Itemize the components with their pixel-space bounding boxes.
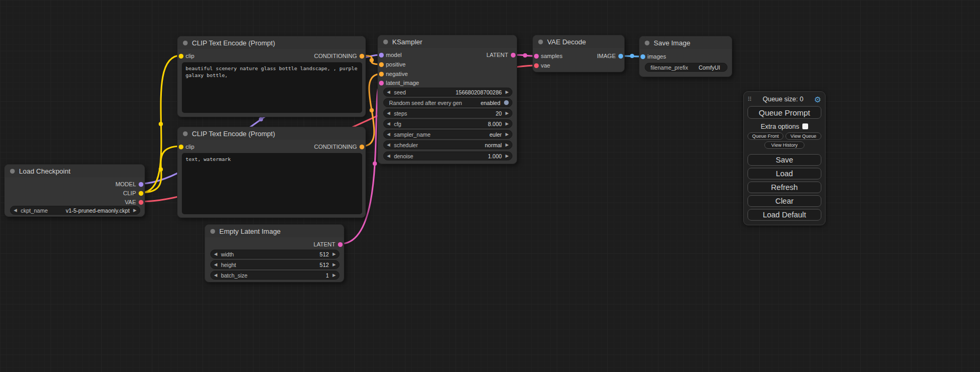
output-port-image[interactable] [618, 54, 623, 59]
node-titlebar[interactable]: VAE Decode [533, 35, 624, 48]
output-port-clip[interactable] [139, 191, 143, 196]
collapse-dot-icon[interactable] [10, 169, 15, 174]
widget-value[interactable]: normal [485, 142, 502, 148]
settings-gear-icon[interactable]: ⚙ [814, 96, 821, 103]
view-queue-button[interactable]: View Queue [785, 132, 821, 140]
drag-handle-icon[interactable]: ⠿ [748, 97, 752, 102]
refresh-button[interactable]: Refresh [748, 182, 821, 193]
load-default-button[interactable]: Load Default [748, 209, 821, 221]
widget-value[interactable]: 8.000 [488, 121, 502, 127]
queue-front-button[interactable]: Queue Front [748, 132, 783, 140]
prev-arrow-icon[interactable]: ◀ [387, 143, 390, 147]
node-vae-decode[interactable]: VAE Decode samples vae IMAGE [532, 35, 625, 72]
input-port-model[interactable] [379, 53, 384, 58]
graph-canvas[interactable]: Load Checkpoint MODEL CLIP VAE ◀ ckpt_na… [0, 0, 980, 372]
collapse-dot-icon[interactable] [210, 229, 215, 234]
collapse-dot-icon[interactable] [183, 41, 188, 45]
queue-prompt-button[interactable]: Queue Prompt [748, 106, 821, 119]
decrement-arrow-icon[interactable]: ◀ [214, 252, 217, 256]
node-titlebar[interactable]: CLIP Text Encode (Prompt) [178, 127, 365, 140]
load-button[interactable]: Load [748, 168, 821, 179]
height-widget[interactable]: ◀ height 512 ▶ [210, 260, 339, 269]
decrement-arrow-icon[interactable]: ◀ [387, 90, 390, 94]
widget-value[interactable]: v1-5-pruned-emaonly.ckpt [66, 207, 130, 214]
steps-widget[interactable]: ◀ steps 20 ▶ [383, 109, 512, 118]
node-save-image[interactable]: Save Image images filename_prefix ComfyU… [639, 36, 732, 77]
widget-value[interactable]: 156680208700286 [455, 89, 502, 96]
decrement-arrow-icon[interactable]: ◀ [387, 111, 390, 116]
node-titlebar[interactable]: Load Checkpoint [5, 165, 144, 177]
widget-value[interactable]: 20 [496, 110, 502, 117]
ckpt-name-widget[interactable]: ◀ ckpt_name v1-5-pruned-emaonly.ckpt ▶ [10, 206, 140, 215]
decrement-arrow-icon[interactable]: ◀ [214, 263, 217, 267]
decrement-arrow-icon[interactable]: ◀ [387, 122, 390, 126]
input-port-samples[interactable] [534, 54, 539, 59]
node-load-checkpoint[interactable]: Load Checkpoint MODEL CLIP VAE ◀ ckpt_na… [4, 164, 145, 217]
prev-arrow-icon[interactable]: ◀ [387, 132, 390, 137]
decrement-arrow-icon[interactable]: ◀ [214, 273, 217, 278]
save-button[interactable]: Save [748, 154, 821, 166]
prev-arrow-icon[interactable]: ◀ [14, 208, 17, 213]
widget-value[interactable]: euler [489, 131, 501, 138]
node-ksampler[interactable]: KSampler model positive negative latent_… [377, 35, 517, 164]
output-port-conditioning[interactable] [360, 145, 364, 149]
widget-value[interactable]: 512 [319, 262, 329, 268]
output-port-latent[interactable] [511, 53, 516, 58]
prompt-textarea[interactable]: text, watermark [182, 153, 362, 214]
widget-value[interactable]: 1.000 [488, 153, 502, 159]
decrement-arrow-icon[interactable]: ◀ [387, 154, 390, 158]
increment-arrow-icon[interactable]: ▶ [506, 154, 509, 158]
view-history-button[interactable]: View History [764, 141, 804, 149]
batch-size-widget[interactable]: ◀ batch_size 1 ▶ [210, 271, 339, 280]
widget-value[interactable]: ComfyUI [698, 64, 720, 71]
next-arrow-icon[interactable]: ▶ [506, 132, 509, 137]
output-port-conditioning[interactable] [360, 54, 364, 59]
node-clip-text-encode-negative[interactable]: CLIP Text Encode (Prompt) clip CONDITION… [177, 127, 366, 218]
input-port-images[interactable] [641, 54, 645, 59]
clear-button[interactable]: Clear [748, 195, 821, 207]
collapse-dot-icon[interactable] [183, 131, 188, 136]
denoise-widget[interactable]: ◀ denoise 1.000 ▶ [383, 151, 512, 160]
sampler-name-widget[interactable]: ◀ sampler_name euler ▶ [383, 130, 512, 139]
input-port-vae[interactable] [534, 63, 539, 68]
next-arrow-icon[interactable]: ▶ [506, 143, 509, 147]
collapse-dot-icon[interactable] [645, 41, 649, 45]
increment-arrow-icon[interactable]: ▶ [506, 111, 509, 116]
widget-value[interactable]: 512 [319, 251, 329, 257]
random-seed-widget[interactable]: Random seed after every gen enabled [383, 98, 512, 107]
increment-arrow-icon[interactable]: ▶ [333, 263, 336, 267]
output-port-vae[interactable] [139, 200, 143, 205]
collapse-dot-icon[interactable] [538, 40, 543, 44]
next-arrow-icon[interactable]: ▶ [133, 208, 137, 213]
seed-widget[interactable]: ◀ seed 156680208700286 ▶ [383, 88, 512, 97]
node-titlebar[interactable]: Save Image [639, 36, 732, 49]
prompt-textarea[interactable]: beautiful scenery nature glass bottle la… [182, 62, 362, 113]
input-port-clip[interactable] [179, 54, 183, 59]
increment-arrow-icon[interactable]: ▶ [506, 90, 509, 94]
node-titlebar[interactable]: Empty Latent Image [205, 225, 344, 237]
input-port-positive[interactable] [379, 62, 384, 67]
menu-header: ⠿ Queue size: 0 ⚙ [748, 95, 821, 103]
node-empty-latent-image[interactable]: Empty Latent Image LATENT ◀ width 512 ▶ … [205, 224, 344, 282]
output-label-latent: LATENT [487, 52, 508, 59]
increment-arrow-icon[interactable]: ▶ [333, 273, 336, 278]
node-titlebar[interactable]: CLIP Text Encode (Prompt) [178, 36, 365, 49]
increment-arrow-icon[interactable]: ▶ [333, 252, 336, 256]
widget-value[interactable]: 1 [326, 272, 329, 279]
output-port-latent[interactable] [338, 242, 343, 247]
output-port-model[interactable] [139, 182, 143, 187]
increment-arrow-icon[interactable]: ▶ [506, 122, 509, 126]
extra-options-checkbox[interactable] [802, 123, 808, 129]
input-port-negative[interactable] [379, 72, 384, 77]
filename-prefix-widget[interactable]: filename_prefix ComfyUI [645, 63, 727, 72]
node-clip-text-encode-positive[interactable]: CLIP Text Encode (Prompt) clip CONDITION… [177, 36, 366, 117]
input-port-clip[interactable] [179, 145, 183, 149]
toggle-dot-icon[interactable] [504, 100, 509, 105]
width-widget[interactable]: ◀ width 512 ▶ [210, 250, 339, 259]
cfg-widget[interactable]: ◀ cfg 8.000 ▶ [383, 119, 512, 128]
input-port-latent-image[interactable] [379, 81, 384, 85]
widget-value[interactable]: enabled [481, 100, 500, 106]
scheduler-widget[interactable]: ◀ scheduler normal ▶ [383, 140, 512, 149]
collapse-dot-icon[interactable] [383, 40, 388, 44]
node-titlebar[interactable]: KSampler [378, 35, 517, 48]
